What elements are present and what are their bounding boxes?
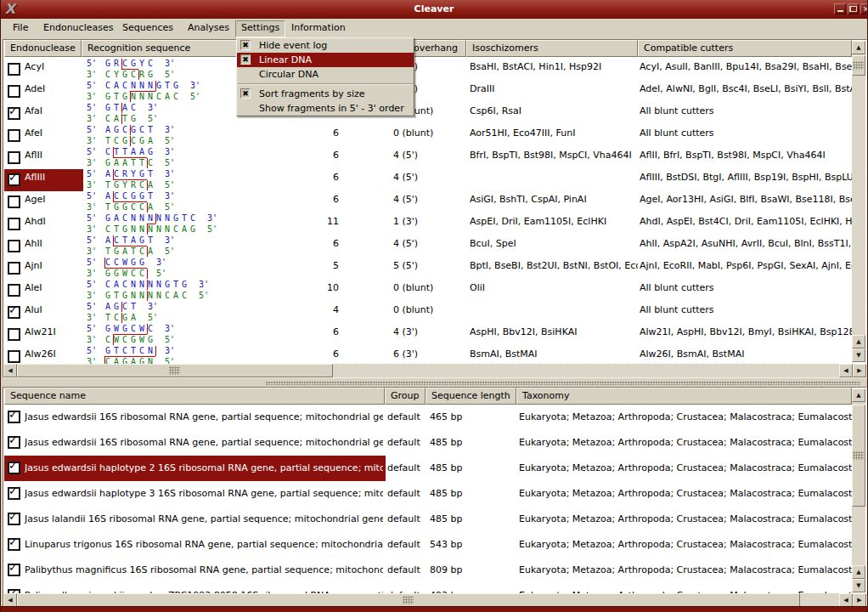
enzyme-name: AhlI [25, 238, 82, 249]
sequence-row[interactable]: ✓Jasus edwardsii 16S ribosomal RNA gene,… [4, 430, 852, 456]
sequence-row[interactable]: ✓Jasus edwardsii 16S ribosomal RNA gene,… [4, 405, 852, 430]
close-icon: ✕ [863, 5, 868, 14]
menu-sequences[interactable]: Sequences [117, 20, 178, 36]
menu-item-sort-fragments-by-size[interactable]: ✖Sort fragments by size [237, 87, 414, 101]
scroll-up-button[interactable]: ▲ [852, 335, 865, 348]
column-header-isoschizomers[interactable]: Isoschizomers [466, 40, 638, 57]
row-checkbox[interactable] [8, 350, 20, 363]
sequence-row[interactable]: ✓Palibythus magnificus 16S ribosomal RNA… [4, 558, 852, 583]
menu-endonucleases[interactable]: Endonucleases [38, 20, 118, 36]
row-checkbox[interactable] [8, 284, 20, 297]
endonuclease-row-alui[interactable]: ✓AluI5'AGCT3'3'TCGA5'40 (blunt)All blunt… [4, 302, 852, 324]
compatible-cutters: All blunt cutters [640, 282, 852, 293]
row-checkbox[interactable] [8, 63, 20, 76]
sequence-row[interactable]: ✓Linuparus trigonus 16S ribosomal RNA ge… [4, 532, 852, 558]
scrollbar-thumb[interactable] [17, 364, 333, 377]
checkmark-icon: ✓ [8, 171, 18, 184]
row-checkbox[interactable] [8, 85, 20, 98]
endonuclease-row-ahli[interactable]: AhlI5'ACTAGT3'3'TGATCA5'64 (5')BcuI, Spe… [4, 235, 852, 258]
scroll-left-button[interactable]: ◀ [839, 593, 853, 607]
column-header-group[interactable]: Group [385, 388, 426, 405]
menu-file[interactable]: File [8, 20, 33, 36]
endonuclease-row-adei[interactable]: AdeI5'CACNNNGTG3'3'GTGNNNCAC5'93 (3')Dra… [4, 81, 852, 103]
scroll-left-button[interactable]: ◀ [3, 593, 17, 607]
column-header-compatible-cutters[interactable]: Compatible cutters [638, 40, 852, 57]
menu-checkbox-checked-icon: ✖ [240, 54, 251, 65]
overhang-value: 4 (3') [393, 326, 468, 337]
column-header-taxonomy[interactable]: Taxonomy [516, 388, 852, 405]
row-checkbox[interactable] [8, 328, 20, 341]
column-header-sequence-name[interactable]: Sequence name [4, 388, 385, 405]
scroll-right-button[interactable]: ▶ [853, 364, 866, 377]
scroll-left-button[interactable]: ◀ [3, 364, 17, 377]
endonuclease-row-agei[interactable]: AgeI5'ACCGGT3'3'TGGCCA5'64 (5')AsiGI, Bs… [4, 191, 852, 213]
scroll-up-button[interactable]: ▲ [852, 388, 865, 402]
row-checkbox[interactable]: ✓ [8, 107, 20, 120]
site-length: 6 [239, 348, 339, 360]
row-checkbox[interactable]: ✓ [8, 462, 20, 474]
vertical-scrollbar[interactable]: ▲▲▼ [852, 41, 865, 362]
sequence-row[interactable]: ✓Jasus edwardsii haplotype 2 16S ribosom… [4, 456, 852, 481]
sequence-row[interactable]: ✓Jasus edwardsii haplotype 3 16S ribosom… [4, 481, 852, 507]
row-checkbox[interactable]: ✓ [8, 487, 20, 500]
endonuclease-row-alw21i[interactable]: Alw21I5'GWGCWC3'3'CWCGWG5'64 (3')AspHI, … [4, 324, 852, 346]
row-checkbox[interactable]: ✓ [8, 306, 20, 319]
scroll-left-button[interactable]: ◀ [839, 364, 853, 377]
row-checkbox[interactable] [8, 196, 20, 208]
sequence-length-value: 485 bp [430, 513, 515, 524]
column-header-recognition-sequence[interactable]: Recognition sequence [82, 40, 239, 57]
row-checkbox[interactable]: ✓ [8, 436, 20, 449]
menu-item-linear-dna[interactable]: ✖Linear DNA [237, 53, 414, 67]
horizontal-scrollbar[interactable]: ◀◀▶ [3, 364, 866, 377]
taxonomy-value: Eukaryota; Metazoa; Arthropoda; Crustace… [519, 437, 852, 448]
compatible-cutters: AcyI, AsuII, BanIII, Bpu14I, Bsa29I, Bsa… [640, 61, 852, 72]
row-checkbox[interactable]: ✓ [8, 564, 20, 576]
menu-analyses[interactable]: Analyses [183, 20, 234, 36]
endonuclease-row-acyi[interactable]: AcyI5'GRCGYC3'3'CYGCRG5'62 (5')BsaHI, Bs… [4, 59, 852, 81]
menu-item-hide-event-log[interactable]: ✖Hide event log [237, 38, 414, 53]
top-strand: 5'AGCT3' [87, 302, 158, 313]
row-checkbox[interactable] [8, 129, 20, 142]
row-checkbox[interactable] [8, 151, 20, 164]
row-checkbox[interactable]: ✓ [8, 411, 20, 423]
panel-splitter[interactable] [3, 379, 867, 387]
scrollbar-track[interactable] [852, 54, 865, 335]
endonuclease-row-afliii[interactable]: ✓AflIII5'ACRYGT3'3'TGYRCA5'64 (5')AflIII… [4, 169, 852, 191]
scrollbar-thumb[interactable] [852, 405, 865, 507]
endonuclease-row-ajni[interactable]: AjnI5'CCWGG3'3'GGWCC5'55 (5')BptI, BseBI… [4, 258, 852, 280]
sequence-row[interactable]: ✓Palinurellus wieneckii voucher ZRC1992.… [4, 583, 852, 593]
endonuclease-row-afai[interactable]: ✓AfaI5'GTAC3'3'CATG5'40 (blunt)Csp6I, Rs… [4, 103, 852, 125]
endonuclease-row-alei[interactable]: AleI5'CACNNNNGTG3'3'GTGNNNNCAC5'100 (blu… [4, 280, 852, 302]
endonuclease-row-aflii[interactable]: AflII5'CTTAAG3'3'GAATTC5'64 (5')BfrI, Bs… [4, 147, 852, 169]
menu-item-show-fragments-in-5-3-order[interactable]: Show fragments in 5' - 3' order [237, 101, 414, 116]
scroll-up-button[interactable]: ▲ [852, 41, 865, 54]
scroll-right-button[interactable]: ▶ [853, 593, 866, 607]
titlebar[interactable]: X Cleaver ✕ [1, 0, 867, 20]
endonuclease-row-afei[interactable]: AfeI5'AGCGCT3'3'TCGCGA5'60 (blunt)Aor51H… [4, 125, 852, 147]
row-checkbox[interactable] [8, 240, 20, 252]
horizontal-scrollbar[interactable]: ◀◀▶ [3, 593, 866, 607]
sequence-row[interactable]: ✓Jasus lalandii 16S ribosomal RNA gene, … [4, 507, 852, 532]
vertical-scrollbar[interactable]: ▲▲▼ [852, 388, 865, 592]
column-header-endonuclease[interactable]: Endonuclease [4, 40, 82, 57]
scroll-down-button[interactable]: ▼ [852, 579, 865, 592]
row-checkbox[interactable]: ✓ [8, 538, 20, 551]
menu-item-circular-dna[interactable]: Circular DNA [237, 67, 414, 82]
minimize-button[interactable] [834, 3, 846, 14]
menu-settings[interactable]: Settings [235, 20, 285, 37]
row-checkbox[interactable]: ✓ [8, 513, 20, 525]
column-header-sequence-length[interactable]: Sequence length [426, 388, 516, 405]
close-button[interactable]: ✕ [860, 3, 868, 14]
endonuclease-row-ahdi[interactable]: AhdI5'GACNNNNNGTC3'3'CTGNNNNNCAG5'111 (3… [4, 213, 852, 235]
row-checkbox[interactable] [8, 218, 20, 230]
endonuclease-row-alw26i[interactable]: Alw26I5'GTCTCN3'3'CAGAGN5'66 (3')BsmAI, … [4, 346, 852, 364]
scroll-up-button[interactable]: ▲ [852, 565, 865, 579]
scrollbar-thumb[interactable] [17, 593, 800, 607]
row-checkbox[interactable]: ✓ [8, 173, 20, 186]
row-checkbox[interactable] [8, 262, 20, 275]
scroll-down-button[interactable]: ▼ [852, 348, 865, 362]
menu-information[interactable]: Information [286, 20, 351, 36]
maximize-button[interactable] [848, 3, 859, 14]
scrollbar-thumb[interactable] [852, 55, 865, 76]
bottom-strand: 3'CATG5' [87, 114, 158, 125]
